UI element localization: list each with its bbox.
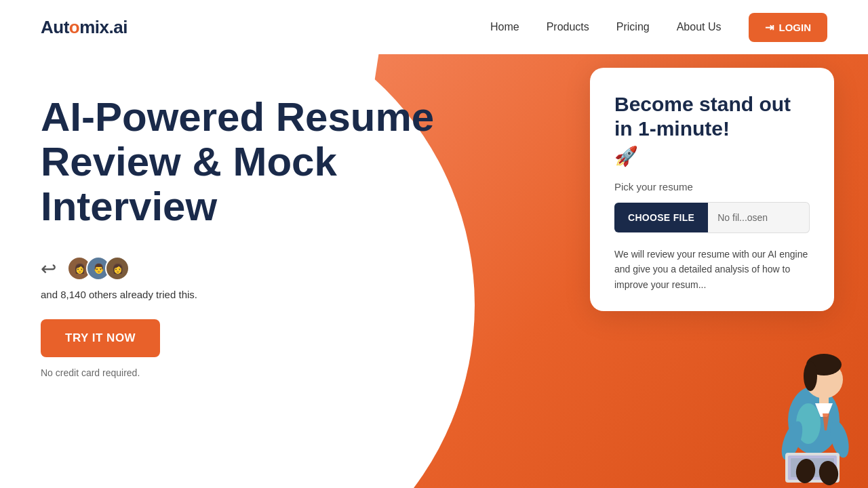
logo[interactable]: Automix.ai [41,17,127,38]
nav-links: Home Products Pricing About Us ⇥ LOGIN [490,13,827,42]
pick-resume-label: Pick your resume [614,181,810,192]
try-btn-label: TRY IT NOW [65,331,136,344]
already-tried-text: and 8,140 others already tried this. [41,289,488,300]
rocket-emoji: 🚀 [614,145,810,167]
logo-o: o [69,17,79,37]
hero-content: AI-Powered Resume Review & Mock Intervie… [41,95,488,379]
hero-title: AI-Powered Resume Review & Mock Intervie… [41,95,488,229]
logo-text-before: Aut [41,17,69,37]
no-credit-card-text: No credit card required. [41,367,140,378]
choose-file-label: CHOOSE FILE [628,212,694,223]
resume-card: Become stand out in 1-minute! 🚀 Pick you… [590,68,834,311]
try-it-now-button[interactable]: TRY IT NOW [41,319,160,357]
file-upload-row: CHOOSE FILE No fil...osen [614,202,810,233]
choose-file-button[interactable]: CHOOSE FILE [614,203,708,232]
arrow-icon: ↩ [41,258,56,280]
nav-products[interactable]: Products [547,21,589,33]
nav-home[interactable]: Home [490,21,519,33]
person-illustration [760,339,868,488]
login-label: LOGIN [779,22,812,33]
nav-about[interactable]: About Us [677,21,722,33]
file-name-display: No fil...osen [708,202,810,233]
login-button[interactable]: ⇥ LOGIN [749,13,828,42]
avatar-3: 👩 [105,256,130,281]
user-row: ↩ 👩 👨 👩 [41,256,488,281]
logo-text-after: mix.ai [79,17,127,37]
login-icon: ⇥ [765,21,774,34]
navbar: Automix.ai Home Products Pricing About U… [0,0,868,54]
svg-point-4 [804,361,817,391]
hero-section: AI-Powered Resume Review & Mock Intervie… [0,54,868,488]
nav-pricing[interactable]: Pricing [616,21,650,33]
avatar-group: 👩 👨 👩 [67,256,130,281]
person-svg [760,339,868,488]
card-description: We will review your resume with our AI e… [614,247,810,292]
card-title: Become stand out in 1-minute! [614,92,810,141]
